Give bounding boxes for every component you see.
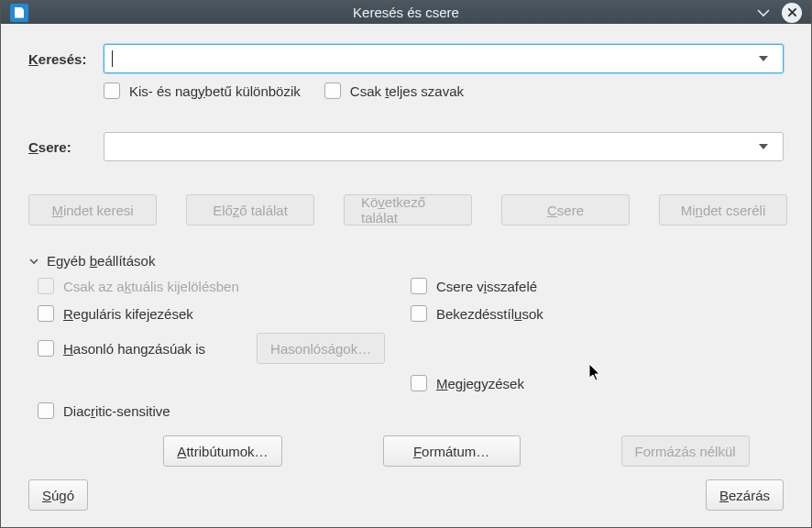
whole-words-label: Csak teljes szavak [350, 83, 464, 99]
text-caret [112, 50, 113, 67]
dropdown-icon[interactable] [759, 144, 775, 149]
search-label: Keresés: [28, 51, 104, 67]
attributes-button[interactable]: Attribútumok… [163, 435, 281, 467]
similarities-button: Hasonlóságok… [257, 333, 385, 364]
chevron-down-icon[interactable] [756, 6, 771, 20]
app-icon [10, 4, 28, 22]
find-all-button: Mindet keresi [28, 194, 157, 226]
match-case-label: Kis- és nagybetű különbözik [129, 83, 301, 99]
cursor-icon [589, 364, 604, 382]
replace-input-field[interactable] [112, 139, 759, 154]
current-selection-checkbox: Csak az aktuális kijelölésben [38, 278, 411, 294]
close-dialog-button[interactable]: Bezárás [706, 479, 784, 511]
format-button[interactable]: Formátum… [383, 435, 521, 467]
replace-backwards-checkbox[interactable]: Csere visszafelé [411, 278, 784, 294]
similarity-checkbox[interactable]: Hasonló hangzásúak is [38, 340, 205, 357]
replace-input[interactable] [104, 132, 784, 161]
whole-words-checkbox[interactable]: Csak teljes szavak [324, 82, 464, 99]
help-button[interactable]: Súgó [28, 479, 88, 511]
search-input-field[interactable] [115, 51, 759, 66]
search-input[interactable] [104, 44, 784, 73]
other-options-toggle[interactable]: Egyéb beállítások [28, 253, 784, 269]
find-next-button: Következő találat [344, 194, 472, 226]
window-title: Keresés és csere [353, 5, 459, 20]
regex-checkbox[interactable]: Reguláris kifejezések [38, 305, 411, 322]
replace-button: Csere [501, 194, 630, 226]
dropdown-icon[interactable] [759, 56, 775, 61]
replace-all-button: Mindet cseréli [659, 194, 787, 226]
no-format-button: Formázás nélkül [621, 435, 750, 467]
disclosure-icon [28, 256, 39, 267]
match-case-checkbox[interactable]: Kis- és nagybetű különbözik [104, 82, 301, 99]
replace-label: Csere: [28, 139, 104, 155]
titlebar: Keresés és csere [1, 1, 811, 24]
paragraph-styles-checkbox[interactable]: Bekezdésstílusok [411, 305, 784, 322]
other-options-label: Egyéb beállítások [47, 253, 155, 269]
close-button[interactable] [782, 3, 802, 23]
find-replace-dialog: Keresés és csere Keresés: [0, 0, 812, 528]
diacritic-checkbox[interactable]: Diacritic-sensitive [38, 402, 411, 419]
find-previous-button: Előző találat [186, 194, 314, 226]
